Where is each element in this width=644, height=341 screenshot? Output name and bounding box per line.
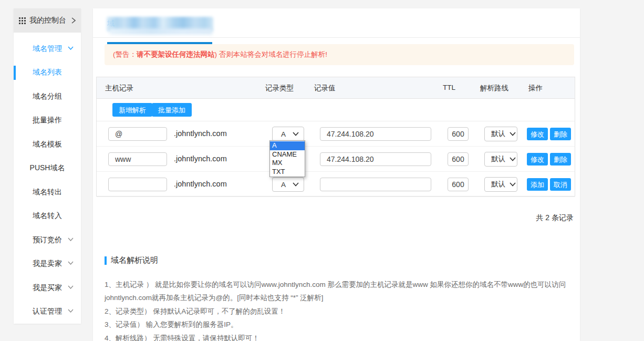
chevron-down-icon	[293, 182, 299, 187]
column-header-host: 主机记录	[105, 84, 133, 93]
sidebar-item-domain-transfer-out[interactable]: 域名转出	[14, 180, 81, 204]
table-row: .johntlynch.com A 默认 修改 删除	[97, 121, 575, 147]
record-type-select[interactable]: A	[272, 177, 304, 192]
tab-bar: 域	[93, 8, 580, 38]
chevron-down-icon	[293, 132, 299, 136]
batch-add-button[interactable]: 批量添加	[152, 103, 192, 117]
sidebar-item-certification[interactable]: 认证管理	[14, 300, 81, 324]
sidebar-item-domain-transfer-in[interactable]: 域名转入	[14, 204, 81, 229]
chevron-right-icon	[71, 17, 76, 24]
host-record-input[interactable]	[108, 127, 167, 141]
sidebar-item-domain-list[interactable]: 域名列表	[14, 61, 81, 85]
add-record-button[interactable]: 新增解析	[112, 103, 152, 117]
ttl-input[interactable]	[448, 178, 469, 191]
chevron-down-icon	[68, 261, 74, 265]
domain-suffix-label: .johntlynch.com	[174, 180, 227, 188]
main-panel: 域 (警告：请不要架设任何违法网站) 否则本站将会对域名进行停止解析! 主机记录…	[93, 8, 580, 341]
column-header-operation: 操作	[528, 84, 543, 93]
resolution-line-select[interactable]: 默认	[484, 177, 517, 192]
table-header-row: 主机记录 记录类型 记录值 TTL 解析路线 操作	[97, 77, 575, 99]
delete-button[interactable]: 删除	[550, 153, 571, 166]
sidebar-menu: 域名管理 域名列表 域名分组 批量操作 域名模板 PUSH域名 域名转出 域名转…	[14, 33, 81, 324]
record-value-input[interactable]	[320, 152, 431, 166]
warning-banner: (警告：请不要架设任何违法网站) 否则本站将会对域名进行停止解析!	[105, 44, 574, 65]
sidebar: 我的控制台 域名管理 域名列表 域名分组 批量操作 域名模板 PUSH域名 域名…	[14, 8, 81, 324]
chevron-down-icon	[510, 182, 516, 187]
ttl-input[interactable]	[448, 152, 469, 166]
table-row: .johntlynch.com 默认 修改 删除	[97, 147, 575, 172]
host-record-input[interactable]	[108, 152, 167, 166]
record-value-input[interactable]	[320, 127, 431, 141]
modify-button[interactable]: 修改	[527, 128, 548, 140]
help-line: 3、记录值） 输入您要解析到的服务器IP。	[105, 320, 567, 329]
column-header-type: 记录类型	[265, 84, 294, 93]
chevron-down-icon	[68, 309, 74, 313]
dns-records-table: 主机记录 记录类型 记录值 TTL 解析路线 操作 新增解析 批量添加 .joh…	[96, 77, 575, 197]
column-header-ttl: TTL	[443, 84, 455, 91]
help-line: 4、解析线路） 无需特殊设置，请保持默认即可！	[105, 334, 567, 341]
chevron-down-icon	[68, 46, 74, 50]
sidebar-header[interactable]: 我的控制台	[14, 8, 81, 33]
sidebar-header-label: 我的控制台	[29, 16, 66, 25]
warning-bold: 请不要架设任何违法网站	[137, 50, 215, 58]
delete-button[interactable]: 删除	[550, 128, 571, 140]
add-button[interactable]: 添加	[527, 178, 548, 191]
tab-domain-redacted[interactable]: 域	[107, 15, 214, 37]
help-line: 1、主机记录 ） 就是比如你要让你的域名可以访问www.johntlynch.c…	[105, 280, 567, 290]
sidebar-item-batch-operations[interactable]: 批量操作	[14, 109, 81, 133]
column-header-line: 解析路线	[480, 84, 508, 93]
chevron-down-icon	[68, 237, 74, 241]
dropdown-option-mx[interactable]: MX	[270, 159, 305, 168]
record-type-dropdown: A CNAME MX TXT	[269, 140, 305, 177]
ttl-input[interactable]	[448, 127, 469, 141]
modify-button[interactable]: 修改	[527, 153, 548, 166]
table-row-new-record: .johntlynch.com A 默认 添加 取消	[97, 172, 575, 197]
help-line: 2、记录类型） 保持默认A记录即可，不了解的勿乱设置！	[105, 307, 567, 316]
host-record-input[interactable]	[108, 178, 167, 191]
cancel-button[interactable]: 取消	[550, 178, 571, 191]
record-value-input[interactable]	[320, 178, 431, 191]
help-line: johntlynch.com就再加条主机记录为@的。[同时本站也支持 “*” 泛…	[105, 293, 567, 303]
domain-suffix-label: .johntlynch.com	[174, 129, 227, 138]
sidebar-item-push-domain[interactable]: PUSH域名	[14, 157, 81, 181]
record-count-label: 共 2 条记录	[536, 213, 574, 223]
dropdown-option-cname[interactable]: CNAME	[270, 150, 305, 159]
dropdown-option-txt[interactable]: TXT	[270, 168, 305, 177]
sidebar-item-domain-template[interactable]: 域名模板	[14, 132, 81, 157]
table-toolbar: 新增解析 批量添加	[97, 99, 575, 121]
sidebar-item-domain-management[interactable]: 域名管理	[14, 37, 81, 61]
warning-prefix: (警告：	[113, 50, 137, 58]
record-type-select[interactable]: A	[272, 127, 304, 141]
help-section-title: 域名解析说明	[105, 255, 158, 265]
domain-suffix-label: .johntlynch.com	[174, 154, 227, 163]
chevron-down-icon	[510, 157, 516, 161]
warning-suffix: ) 否则本站将会对域名进行停止解析!	[215, 50, 328, 58]
column-header-value: 记录值	[314, 84, 336, 93]
sidebar-item-i-am-seller[interactable]: 我是卖家	[14, 252, 81, 276]
chevron-down-icon	[68, 285, 74, 289]
resolution-line-select[interactable]: 默认	[484, 152, 517, 167]
resolution-line-select[interactable]: 默认	[484, 127, 517, 141]
sidebar-item-reserve-bidding[interactable]: 预订竞价	[14, 228, 81, 252]
apps-grid-icon	[19, 17, 26, 24]
dropdown-option-a[interactable]: A	[270, 141, 305, 150]
sidebar-item-i-am-buyer[interactable]: 我是买家	[14, 276, 81, 300]
sidebar-item-domain-groups[interactable]: 域名分组	[14, 85, 81, 109]
chevron-down-icon	[510, 132, 516, 136]
